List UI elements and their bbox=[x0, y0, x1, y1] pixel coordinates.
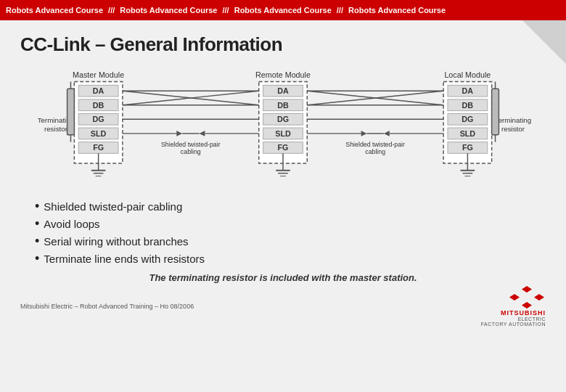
banner-item-4: Robots Advanced Course bbox=[348, 6, 446, 15]
remote-pin-db: DB bbox=[277, 101, 289, 110]
page-title: CC-Link – General Information bbox=[20, 33, 546, 56]
main-content: CC-Link – General Information Master Mod… bbox=[0, 20, 566, 392]
master-module-label: Master Module bbox=[73, 70, 124, 79]
fold-decoration bbox=[522, 20, 566, 64]
connector-local-sld bbox=[384, 131, 390, 136]
term-resistor-right-label-2: resistor bbox=[501, 125, 525, 133]
local-pin-db: DB bbox=[462, 101, 474, 110]
logo-electric: ELECTRIC bbox=[517, 317, 546, 322]
term-resistor-right-symbol bbox=[492, 89, 499, 135]
diamond-top bbox=[522, 286, 532, 293]
diamond-placeholder bbox=[509, 286, 520, 293]
remote-pin-dg: DG bbox=[277, 115, 289, 123]
banner-sep-3: /// bbox=[335, 6, 345, 15]
shielded-label-4: cabling bbox=[365, 148, 385, 155]
local-pin-sld: SLD bbox=[460, 129, 476, 138]
mitsubishi-diamonds bbox=[509, 286, 546, 309]
local-pin-fg: FG bbox=[462, 143, 473, 152]
logo-tagline: FACTORY AUTOMATION bbox=[481, 322, 546, 327]
master-pin-sld: SLD bbox=[91, 129, 107, 138]
connector-master-sld bbox=[176, 131, 182, 136]
bullet-item-3: Serial wiring without branches bbox=[35, 234, 546, 249]
shielded-label-3: Shielded twisted-pair bbox=[345, 141, 405, 148]
footer: Mitsubishi Electric – Robot Advanced Tra… bbox=[20, 286, 546, 327]
master-pin-dg: DG bbox=[93, 115, 104, 123]
top-banner: Robots Advanced Course /// Robots Advanc… bbox=[0, 0, 566, 20]
local-pin-da: DA bbox=[462, 86, 474, 95]
banner-item-3: Robots Advanced Course bbox=[234, 6, 332, 15]
banner-sep-2: /// bbox=[220, 6, 231, 15]
master-pin-fg: FG bbox=[93, 143, 104, 152]
bullet-item-4: Terminate line ends with resistors bbox=[35, 251, 546, 266]
bottom-note-text: The terminating resistor is included wit… bbox=[149, 272, 417, 283]
banner-item-2: Robots Advanced Course bbox=[120, 6, 217, 15]
diamond-center-empty bbox=[522, 294, 532, 301]
remote-pin-sld: SLD bbox=[275, 129, 291, 138]
term-resistor-left-symbol bbox=[67, 89, 75, 135]
bullet-item-2: Avoid loops bbox=[35, 216, 546, 232]
local-module-label: Local Module bbox=[444, 70, 491, 79]
term-resistor-left-label-2: resistor bbox=[44, 125, 68, 133]
master-pin-da: DA bbox=[93, 86, 104, 95]
diamond-placeholder4 bbox=[534, 302, 544, 309]
bullet-item-1: Shielded twisted-pair cabling bbox=[35, 199, 546, 214]
remote-module-label: Remote Module bbox=[255, 70, 311, 79]
mitsubishi-logo: MITSUBISHI ELECTRIC FACTORY AUTOMATION bbox=[481, 286, 546, 327]
shielded-label-1: Shielded twisted-pair bbox=[161, 141, 221, 148]
local-pin-dg: DG bbox=[462, 115, 473, 123]
master-pin-db: DB bbox=[93, 101, 104, 110]
remote-pin-fg: FG bbox=[278, 143, 289, 152]
diamond-right bbox=[534, 294, 544, 301]
diamond-left bbox=[509, 294, 520, 301]
diamond-placeholder3 bbox=[509, 302, 520, 309]
diamond-bottom bbox=[522, 302, 532, 309]
diamond-placeholder2 bbox=[534, 286, 544, 293]
logo-brand: MITSUBISHI bbox=[501, 309, 546, 317]
bottom-note: The terminating resistor is included wit… bbox=[20, 272, 546, 283]
connector-remote-sld2 bbox=[361, 131, 367, 136]
footer-text: Mitsubishi Electric – Robot Advanced Tra… bbox=[20, 303, 194, 310]
term-resistor-right-label-1: Terminating bbox=[495, 116, 531, 124]
banner-item-1: Robots Advanced Course bbox=[6, 6, 103, 15]
banner-sep-1: /// bbox=[106, 6, 117, 15]
bullet-list: Shielded twisted-pair cabling Avoid loop… bbox=[35, 199, 546, 266]
diagram-container: Master Module Remote Module Local Module… bbox=[20, 66, 546, 193]
remote-pin-da: DA bbox=[277, 86, 289, 95]
connector-remote-sld bbox=[200, 131, 205, 136]
shielded-label-2: cabling bbox=[181, 148, 201, 155]
cc-link-diagram: Master Module Remote Module Local Module… bbox=[20, 66, 546, 193]
